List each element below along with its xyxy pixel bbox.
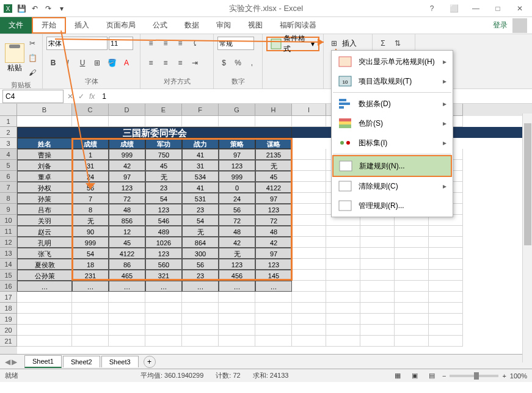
table-cell[interactable]: 孙策 (17, 193, 72, 204)
table-cell[interactable]: 97 (219, 149, 255, 160)
table-cell[interactable]: 72 (219, 215, 255, 226)
table-cell[interactable]: 31 (72, 160, 109, 171)
sheet-tab-1[interactable]: Sheet1 (24, 355, 62, 368)
table-cell[interactable]: 456 (219, 270, 255, 281)
table-cell[interactable]: … (17, 281, 72, 292)
align-top-icon[interactable]: ≡ (144, 37, 158, 50)
tab-page-layout[interactable]: 页面布局 (98, 17, 144, 34)
table-cell[interactable]: 123 (255, 259, 292, 270)
table-cell[interactable]: 97 (255, 193, 292, 204)
table-cell[interactable]: 999 (219, 171, 255, 182)
insert-cells-icon[interactable]: ⊞ (327, 37, 341, 50)
dropdown-highlight-rules[interactable]: 突出显示单元格规则(H) (333, 52, 451, 71)
row-header[interactable]: 10 (0, 215, 17, 226)
fill-color-icon[interactable]: 🪣 (105, 56, 118, 70)
close-icon[interactable]: ✕ (511, 2, 528, 15)
dropdown-icon-sets[interactable]: 图标集(I) (333, 133, 451, 153)
table-cell[interactable]: … (182, 281, 219, 292)
comma-icon[interactable]: , (246, 56, 258, 70)
sheet-tab-2[interactable]: Sheet2 (63, 356, 100, 367)
table-cell[interactable]: 18 (72, 259, 109, 270)
row-header[interactable]: 15 (0, 270, 17, 281)
align-middle-icon[interactable]: ≡ (159, 37, 172, 50)
table-cell[interactable]: 1 (72, 149, 109, 160)
table-cell[interactable]: 54 (145, 193, 182, 204)
table-header[interactable]: 谋略 (255, 138, 292, 149)
table-cell[interactable]: 7 (72, 193, 109, 204)
table-cell[interactable]: 531 (182, 193, 219, 204)
table-cell[interactable]: 41 (182, 149, 219, 160)
conditional-format-button[interactable]: 条件格式 ▾ (266, 37, 319, 51)
dropdown-new-rule[interactable]: 新建规则(N)... (332, 155, 452, 177)
table-cell[interactable]: … (72, 281, 109, 292)
table-cell[interactable]: 123 (145, 204, 182, 215)
zoom-slider[interactable] (450, 375, 498, 377)
table-cell[interactable]: 23 (182, 204, 219, 215)
italic-icon[interactable]: I (61, 56, 75, 70)
help-icon[interactable]: ? (423, 2, 440, 15)
row-header[interactable]: 17 (0, 292, 17, 303)
fx-icon[interactable]: fx (89, 92, 95, 101)
border-icon[interactable]: ⊞ (90, 56, 104, 70)
table-cell[interactable]: … (109, 281, 145, 292)
login-link[interactable]: 登录 (493, 20, 508, 31)
table-cell[interactable]: 560 (145, 259, 182, 270)
table-cell[interactable]: 赵云 (17, 226, 72, 237)
table-cell[interactable]: 24 (72, 171, 109, 182)
table-cell[interactable]: 31 (182, 160, 219, 171)
table-cell[interactable]: 97 (255, 248, 292, 259)
table-cell[interactable]: 42 (109, 160, 145, 171)
vertical-scrollbar[interactable] (522, 114, 532, 362)
col-header[interactable]: F (182, 104, 219, 116)
undo-icon[interactable]: ↶ (29, 3, 40, 14)
table-cell[interactable]: 97 (109, 171, 145, 182)
table-cell[interactable]: 856 (109, 215, 145, 226)
col-header[interactable]: H (255, 104, 292, 116)
dropdown-color-scales[interactable]: 色阶(S) (333, 114, 451, 133)
table-cell[interactable]: … (145, 281, 182, 292)
bold-icon[interactable]: B (46, 56, 60, 70)
table-header[interactable]: 策略 (219, 138, 255, 149)
table-title[interactable]: 三国新委同学会 (17, 127, 292, 138)
copy-icon[interactable]: 📋 (26, 51, 39, 65)
table-cell[interactable]: 45 (145, 160, 182, 171)
paste-button[interactable]: 粘贴 (4, 42, 26, 74)
tab-foxit[interactable]: 福昕阅读器 (271, 17, 325, 34)
align-right-icon[interactable]: ≡ (173, 56, 187, 70)
align-bottom-icon[interactable]: ≡ (173, 37, 187, 50)
add-sheet-button[interactable]: + (144, 356, 156, 368)
font-size-input[interactable] (109, 37, 133, 50)
table-cell[interactable]: 4122 (109, 248, 145, 259)
table-cell[interactable]: 孙权 (17, 182, 72, 193)
table-cell[interactable]: 56 (72, 182, 109, 193)
zoom-in-icon[interactable]: + (502, 372, 506, 380)
table-cell[interactable]: 72 (109, 193, 145, 204)
table-cell[interactable]: 123 (219, 160, 255, 171)
qat-dropdown-icon[interactable]: ▾ (56, 3, 67, 14)
table-cell[interactable]: 864 (182, 237, 219, 248)
table-cell[interactable]: 无 (72, 215, 109, 226)
table-header[interactable]: 成绩 (72, 138, 109, 149)
table-cell[interactable]: 4122 (255, 182, 292, 193)
table-header[interactable]: 姓名 (17, 138, 72, 149)
table-cell[interactable]: 42 (219, 237, 255, 248)
sheet-tab-3[interactable]: Sheet3 (101, 356, 139, 367)
view-break-icon[interactable]: ▤ (425, 369, 439, 383)
table-cell[interactable]: 48 (109, 204, 145, 215)
table-cell[interactable]: 张飞 (17, 248, 72, 259)
formula-bar[interactable]: 1 (98, 92, 532, 101)
tab-formulas[interactable]: 公式 (144, 17, 176, 34)
name-box[interactable]: C4 (2, 90, 64, 103)
percent-icon[interactable]: % (231, 56, 244, 70)
table-cell[interactable]: 999 (109, 149, 145, 160)
table-cell[interactable]: 123 (145, 248, 182, 259)
dropdown-top-bottom-rules[interactable]: 10 项目选取规则(T) (333, 71, 451, 91)
save-icon[interactable]: 💾 (16, 3, 27, 14)
table-cell[interactable]: 48 (219, 226, 255, 237)
row-header[interactable]: 1 (0, 116, 17, 127)
table-cell[interactable]: 1026 (145, 237, 182, 248)
zoom-out-icon[interactable]: − (442, 372, 446, 380)
table-cell[interactable]: 23 (145, 182, 182, 193)
table-header[interactable]: 战力 (182, 138, 219, 149)
ribbon-display-icon[interactable]: ⬜ (445, 2, 462, 15)
